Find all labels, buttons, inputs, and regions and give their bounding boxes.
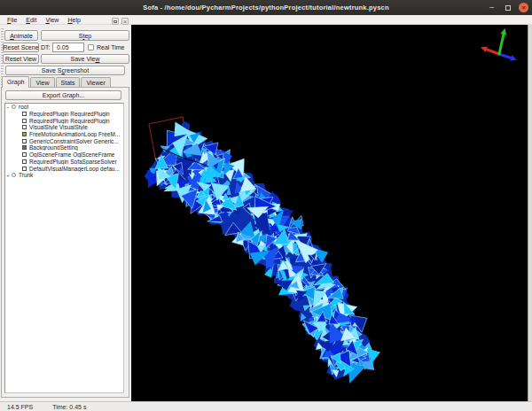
- animate-button[interactable]: Animate: [4, 30, 38, 41]
- dock-close-icon[interactable]: ×: [121, 18, 129, 25]
- viewport: [131, 25, 528, 401]
- reset-scene-button[interactable]: Reset Scene: [3, 43, 39, 52]
- maximize-button[interactable]: [503, 3, 512, 12]
- tree-item-5[interactable]: GenericConstraintSolver Generic...: [5, 137, 123, 144]
- time-indicator: Time: 0.45 s: [52, 404, 86, 410]
- menu-help[interactable]: Help: [63, 16, 84, 24]
- component-icon: [22, 139, 27, 143]
- menu-file[interactable]: File: [3, 16, 21, 24]
- graph-tab-panel: Export Graph... −rootRequiredPlugin Requ…: [1, 87, 129, 398]
- graph-node-icon: [12, 105, 16, 109]
- sofa-window: Sofa - /home/dou/PycharmProjects/pythonP…: [0, 0, 532, 411]
- window-title: Sofa - /home/dou/PycharmProjects/pythonP…: [0, 4, 532, 12]
- tree-item-label: FreeMotionAnimationLoop FreeM...: [29, 131, 120, 137]
- control-panel: × Animate Step Reset Scene DT: Real Time…: [0, 25, 131, 401]
- component-icon: [22, 145, 27, 150]
- menu-view[interactable]: View: [41, 16, 63, 24]
- expand-toggle-icon[interactable]: −: [5, 105, 11, 110]
- tree-item-label: BackgroundSetting: [29, 144, 78, 151]
- dock-float-icon[interactable]: [112, 18, 119, 25]
- step-button[interactable]: Step: [41, 30, 129, 41]
- component-icon: [22, 132, 27, 136]
- tree-item-0[interactable]: −root: [5, 104, 123, 111]
- tree-item-label: DefaultVisualManagerLoop defau...: [29, 166, 120, 172]
- graph-node-icon: [12, 173, 16, 177]
- menu-bar: FileEditViewHelp: [0, 15, 532, 25]
- tree-item-label: OglSceneFrame OglSceneFrame: [29, 151, 114, 158]
- tree-item-label: root: [19, 104, 28, 110]
- menu-edit[interactable]: Edit: [21, 16, 41, 24]
- tree-item-10[interactable]: +Trunk: [5, 172, 123, 179]
- component-icon: [22, 159, 27, 164]
- tree-item-8[interactable]: RequiredPlugin SofaSparseSolver: [5, 159, 123, 166]
- window-controls: – ×: [487, 0, 528, 15]
- tree-item-label: Trunk: [19, 172, 33, 178]
- main-content: × Animate Step Reset Scene DT: Real Time…: [0, 25, 532, 401]
- tree-item-7[interactable]: OglSceneFrame OglSceneFrame: [5, 151, 123, 159]
- tree-item-2[interactable]: RequiredPlugin RequiredPlugin: [5, 117, 123, 124]
- close-button[interactable]: ×: [519, 3, 528, 12]
- real-time-checkbox[interactable]: [88, 44, 94, 50]
- reset-view-button[interactable]: Reset View: [3, 54, 39, 64]
- tree-item-label: VisualStyle VisualStyle: [29, 124, 88, 130]
- dock-buttons: ×: [112, 18, 129, 25]
- 3d-viewport-canvas[interactable]: [131, 25, 528, 401]
- tree-item-label: RequiredPlugin RequiredPlugin: [29, 118, 110, 124]
- minimize-button[interactable]: –: [487, 3, 497, 12]
- expand-toggle-icon[interactable]: +: [5, 173, 11, 178]
- tree-item-6[interactable]: BackgroundSetting: [5, 144, 123, 151]
- status-bar: 14.5 FPS Time: 0.45 s: [0, 401, 532, 411]
- tree-item-label: RequiredPlugin RequiredPlugin: [29, 111, 110, 117]
- component-icon: [22, 167, 27, 171]
- tree-item-label: GenericConstraintSolver Generic...: [29, 138, 119, 144]
- tree-item-label: RequiredPlugin SofaSparseSolver: [29, 159, 117, 165]
- dt-label: DT:: [41, 44, 51, 50]
- right-edge-strip: [528, 25, 532, 401]
- fps-indicator: 14.5 FPS: [7, 404, 33, 410]
- real-time-label: Real Time: [97, 44, 125, 50]
- float-glyph-icon: [113, 20, 117, 23]
- save-screenshot-button[interactable]: Save Screenshot: [5, 66, 125, 75]
- component-icon: [22, 112, 27, 116]
- tree-item-9[interactable]: DefaultVisualManagerLoop defau...: [5, 165, 123, 172]
- tree-item-1[interactable]: RequiredPlugin RequiredPlugin: [5, 111, 123, 118]
- save-view-button[interactable]: Save View: [41, 54, 129, 64]
- tab-graph[interactable]: Graph: [2, 76, 29, 88]
- component-icon: [22, 152, 27, 157]
- tree-item-3[interactable]: VisualStyle VisualStyle: [5, 124, 123, 131]
- dt-input[interactable]: [52, 43, 84, 52]
- tree-item-4[interactable]: FreeMotionAnimationLoop FreeM...: [5, 131, 123, 138]
- maximize-icon: [505, 5, 511, 11]
- scene-graph-tree[interactable]: −rootRequiredPlugin RequiredPluginRequir…: [4, 103, 124, 393]
- component-icon: [22, 125, 27, 129]
- component-icon: [22, 119, 27, 123]
- export-graph-button[interactable]: Export Graph...: [5, 90, 121, 100]
- title-bar[interactable]: Sofa - /home/dou/PycharmProjects/pythonP…: [0, 0, 532, 15]
